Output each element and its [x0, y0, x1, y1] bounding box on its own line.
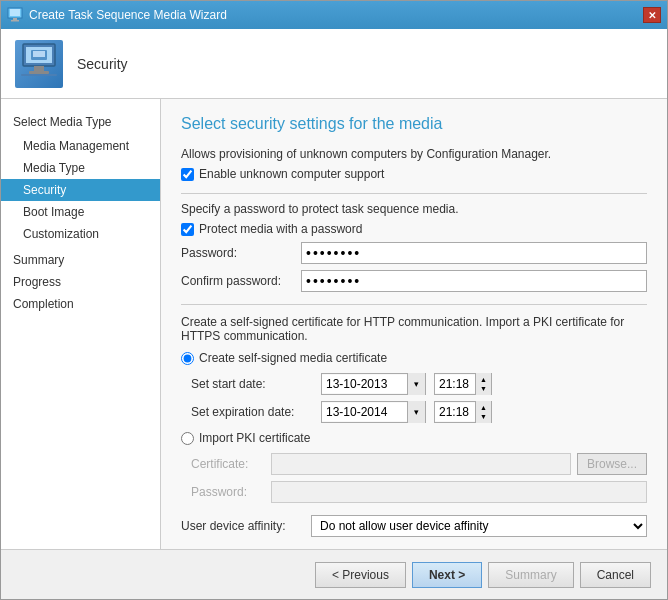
expiration-date-input-group: ▾ — [321, 401, 426, 423]
sidebar-item-customization[interactable]: Customization — [1, 223, 160, 245]
title-bar: Create Task Sequence Media Wizard ✕ — [1, 1, 667, 29]
title-bar-buttons: ✕ — [643, 7, 661, 23]
expiration-time-down[interactable]: ▼ — [480, 412, 487, 421]
pki-section: Certificate: Browse... Password: — [191, 453, 647, 503]
start-time-up[interactable]: ▲ — [480, 375, 487, 384]
header-section-title: Security — [77, 56, 128, 72]
next-button[interactable]: Next > — [412, 562, 482, 588]
svg-rect-1 — [10, 9, 20, 16]
password-section-text: Specify a password to protect task seque… — [181, 202, 647, 216]
main-window: Create Task Sequence Media Wizard ✕ Secu… — [0, 0, 668, 600]
close-button[interactable]: ✕ — [643, 7, 661, 23]
confirm-password-row: Confirm password: — [181, 270, 647, 292]
browse-button[interactable]: Browse... — [577, 453, 647, 475]
cert-section: Create a self-signed certificate for HTT… — [181, 315, 647, 537]
pki-radio[interactable] — [181, 432, 194, 445]
panel-title: Select security settings for the media — [181, 115, 647, 133]
self-signed-label: Create self-signed media certificate — [199, 351, 387, 365]
sidebar-item-media-type[interactable]: Media Type — [1, 157, 160, 179]
divider-2 — [181, 304, 647, 305]
affinity-row: User device affinity: Do not allow user … — [181, 515, 647, 537]
unknown-computer-section: Allows provisioning of unknown computers… — [181, 147, 647, 181]
affinity-label: User device affinity: — [181, 519, 311, 533]
expiration-time-spinner[interactable]: ▲ ▼ — [475, 401, 491, 423]
title-bar-left: Create Task Sequence Media Wizard — [7, 7, 227, 23]
start-date-dropdown-btn[interactable]: ▾ — [407, 373, 425, 395]
password-input[interactable] — [301, 242, 647, 264]
sidebar-item-summary[interactable]: Summary — [1, 249, 160, 271]
expiration-date-input[interactable] — [322, 403, 407, 421]
app-icon — [7, 7, 23, 23]
certificate-input[interactable] — [271, 453, 571, 475]
header-bar: Security — [1, 29, 667, 99]
confirm-password-field-label: Confirm password: — [181, 274, 301, 288]
pki-label: Import PKI certificate — [199, 431, 310, 445]
start-date-input-group: ▾ — [321, 373, 426, 395]
expiration-date-row: Set expiration date: ▾ ▲ ▼ — [191, 401, 647, 423]
unknown-computer-label: Enable unknown computer support — [199, 167, 384, 181]
previous-button[interactable]: < Previous — [315, 562, 406, 588]
start-time-spinner[interactable]: ▲ ▼ — [475, 373, 491, 395]
confirm-password-input[interactable] — [301, 270, 647, 292]
pki-password-row: Password: — [191, 481, 647, 503]
divider-1 — [181, 193, 647, 194]
svg-rect-3 — [11, 20, 19, 22]
protect-password-row: Protect media with a password — [181, 222, 647, 236]
expiration-time-input-group: ▲ ▼ — [434, 401, 492, 423]
content-area: Select Media Type Media Management Media… — [1, 99, 667, 549]
start-time-input[interactable] — [435, 375, 475, 393]
affinity-select[interactable]: Do not allow user device affinity Allow … — [311, 515, 647, 537]
expiration-time-input[interactable] — [435, 403, 475, 421]
pki-radio-row: Import PKI certificate — [181, 431, 647, 445]
certificate-label: Certificate: — [191, 457, 271, 471]
sidebar-item-progress[interactable]: Progress — [1, 271, 160, 293]
protect-password-checkbox[interactable] — [181, 223, 194, 236]
cancel-button[interactable]: Cancel — [580, 562, 651, 588]
sidebar-item-boot-image[interactable]: Boot Image — [1, 201, 160, 223]
start-date-input[interactable] — [322, 375, 407, 393]
sidebar-item-completion[interactable]: Completion — [1, 293, 160, 315]
unknown-computer-row: Enable unknown computer support — [181, 167, 647, 181]
password-field-label: Password: — [181, 246, 301, 260]
pki-password-input[interactable] — [271, 481, 647, 503]
footer: < Previous Next > Summary Cancel — [1, 549, 667, 599]
expiration-time-up[interactable]: ▲ — [480, 403, 487, 412]
svg-rect-7 — [29, 71, 49, 74]
sidebar: Select Media Type Media Management Media… — [1, 99, 161, 549]
unknown-computer-checkbox[interactable] — [181, 168, 194, 181]
self-signed-radio-row: Create self-signed media certificate — [181, 351, 647, 365]
unknown-computer-text: Allows provisioning of unknown computers… — [181, 147, 647, 161]
password-section: Specify a password to protect task seque… — [181, 202, 647, 292]
svg-rect-8 — [21, 74, 57, 76]
protect-password-label: Protect media with a password — [199, 222, 362, 236]
certificate-row: Certificate: Browse... — [191, 453, 647, 475]
main-panel: Select security settings for the media A… — [161, 99, 667, 549]
expiration-date-label: Set expiration date: — [191, 405, 321, 419]
start-time-input-group: ▲ ▼ — [434, 373, 492, 395]
window-title: Create Task Sequence Media Wizard — [29, 8, 227, 22]
svg-rect-10 — [33, 51, 45, 57]
summary-button[interactable]: Summary — [488, 562, 573, 588]
expiration-date-dropdown-btn[interactable]: ▾ — [407, 401, 425, 423]
start-date-label: Set start date: — [191, 377, 321, 391]
svg-rect-6 — [34, 66, 44, 71]
cert-text: Create a self-signed certificate for HTT… — [181, 315, 647, 343]
password-row: Password: — [181, 242, 647, 264]
svg-rect-2 — [13, 18, 17, 20]
sidebar-item-media-management[interactable]: Media Management — [1, 135, 160, 157]
pki-password-label: Password: — [191, 485, 271, 499]
sidebar-item-security[interactable]: Security — [1, 179, 160, 201]
start-time-down[interactable]: ▼ — [480, 384, 487, 393]
computer-icon — [17, 42, 61, 86]
header-icon — [15, 40, 63, 88]
sidebar-item-select-media-type[interactable]: Select Media Type — [1, 109, 160, 135]
self-signed-radio[interactable] — [181, 352, 194, 365]
start-date-row: Set start date: ▾ ▲ ▼ — [191, 373, 647, 395]
